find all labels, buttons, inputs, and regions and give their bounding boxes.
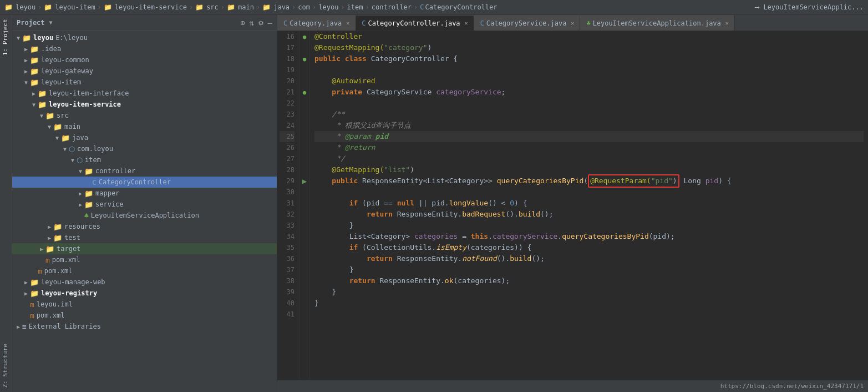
assign-34: = <box>458 231 470 242</box>
iml-icon: m <box>30 300 34 309</box>
structure-tab[interactable]: Z: Structure <box>0 339 12 392</box>
editor-area: C Category.java ✕ C CategoryController.j… <box>277 14 868 392</box>
annotation-highlight-box: @RequestParam("pid") <box>588 174 679 188</box>
tree-item-idea[interactable]: ▶ 📁 .idea <box>12 43 277 54</box>
code-line-26: * @return <box>314 142 864 153</box>
tab-category-java[interactable]: C Category.java ✕ <box>277 15 356 31</box>
close-brace-33: } <box>349 220 354 231</box>
tree-item-controller[interactable]: ▼ 📁 controller <box>12 165 277 177</box>
tab-icon-ctrl: C <box>362 19 366 27</box>
tree-view[interactable]: ▼ 📁 leyou E:\leyou ▶ 📁 .idea ▶ 📁 <box>12 31 277 392</box>
code-line-30 <box>314 187 864 198</box>
field-categories: categories <box>414 231 458 242</box>
tree-item-test[interactable]: ▶ 📁 test <box>12 232 277 243</box>
tree-arrow-ext-libs: ▶ <box>14 324 22 330</box>
tab-leyou-app[interactable]: ♣ LeyouItemServiceApplication.java ✕ <box>580 15 734 31</box>
tree-item-pom-service[interactable]: m pom.xml <box>12 254 277 265</box>
tree-arrow-com-leyou: ▼ <box>61 146 69 152</box>
tab-close-app[interactable]: ✕ <box>725 20 729 26</box>
breadcrumb-leyou-item[interactable]: leyou-item <box>55 3 95 11</box>
marker-41 <box>300 309 309 320</box>
tree-item-interface[interactable]: ▶ 📁 leyou-item-interface <box>12 88 277 99</box>
breadcrumb-classname[interactable]: CategoryController <box>425 3 497 11</box>
tree-item-ext-libs[interactable]: ▶ ≡ External Libraries <box>12 321 277 332</box>
tree-item-gateway[interactable]: ▶ 📁 leyou-gateway <box>12 66 277 77</box>
tree-item-mapper[interactable]: ▶ 📁 mapper <box>12 188 277 199</box>
settings-icon[interactable]: ⚙ <box>258 18 263 27</box>
tree-item-service[interactable]: ▶ 📁 service <box>12 199 277 210</box>
breadcrumb-com[interactable]: com <box>298 3 310 11</box>
tab-close-svc[interactable]: ✕ <box>571 20 574 26</box>
breadcrumb-controller[interactable]: controller <box>372 3 412 11</box>
tree-item-leyou[interactable]: ▼ 📁 leyou E:\leyou <box>12 32 277 43</box>
tree-item-registry[interactable]: ▶ 📁 leyou-registry <box>12 288 277 299</box>
top-right-label[interactable]: LeyouItemServiceApplic... <box>763 3 864 11</box>
tree-item-item-service[interactable]: ▼ 📁 leyou-item-service <box>12 99 277 110</box>
code-lines[interactable]: @Controller @RequestMapping("category") … <box>310 31 868 380</box>
folder-icon-java: 📁 <box>61 134 70 142</box>
project-tab[interactable]: 1: Project <box>0 14 12 60</box>
tree-label-item-service: leyou-item-service <box>49 100 121 108</box>
tree-item-common[interactable]: ▶ 📁 leyou-common <box>12 54 277 66</box>
type-list-34: List<Category> <box>349 231 414 242</box>
breadcrumb-service[interactable]: leyou-item-service <box>115 3 187 11</box>
minimize-icon[interactable]: — <box>268 18 272 27</box>
tree-label-ext-libs: External Libraries <box>29 323 101 330</box>
tree-arrow-idea: ▶ <box>22 46 30 52</box>
tab-label-svc: CategoryService.java <box>486 19 567 27</box>
breadcrumb-java[interactable]: java <box>273 3 290 11</box>
tree-arrow-leyou: ▼ <box>14 35 22 41</box>
breadcrumb-leyou2[interactable]: leyou <box>318 3 338 11</box>
sep2: › <box>98 3 101 11</box>
close-ann: ) <box>673 177 677 185</box>
tree-item-iml[interactable]: m leyou.iml <box>12 299 277 310</box>
tree-item-leyou-item[interactable]: ▼ 📁 leyou-item <box>12 77 277 88</box>
tree-arrow-registry: ▶ <box>22 290 30 296</box>
call-34: (pid); <box>649 231 675 242</box>
tree-item-manage-web[interactable]: ▶ 📁 leyou-manage-web <box>12 277 277 288</box>
tree-item-item[interactable]: ▼ ⬡ item <box>12 154 277 165</box>
tab-category-controller[interactable]: C CategoryController.java ✕ <box>356 15 474 31</box>
collapse-icon[interactable]: ⇅ <box>250 18 254 27</box>
tree-item-pom-item[interactable]: m pom.xml <box>12 265 277 277</box>
code-line-25: * @param pid <box>314 131 864 142</box>
tree-item-src[interactable]: ▼ 📁 src <box>12 110 277 121</box>
tab-close-cat[interactable]: ✕ <box>346 20 349 26</box>
tree-item-pom-root[interactable]: m pom.xml <box>12 310 277 321</box>
tree-item-java[interactable]: ▼ 📁 java <box>12 132 277 143</box>
method-build-36: build <box>510 253 531 264</box>
tree-label-test: test <box>64 234 80 242</box>
tab-close-ctrl[interactable]: ✕ <box>465 20 468 26</box>
tree-item-category-controller[interactable]: C CategoryController <box>12 177 277 188</box>
breadcrumb-class[interactable]: C <box>420 3 424 11</box>
tree-item-app[interactable]: ♣ LeyouItemServiceApplication <box>12 210 277 221</box>
locate-icon[interactable]: ⊕ <box>240 18 245 27</box>
marker-25 <box>300 131 309 142</box>
indent-36 <box>314 253 367 264</box>
indent-37 <box>314 264 349 275</box>
tree-label-pom-service: pom.xml <box>52 256 80 264</box>
paren-31a: (pid == <box>362 198 397 209</box>
kw-if-31: if <box>349 198 362 209</box>
close-brace-40: } <box>314 298 319 309</box>
tree-item-main[interactable]: ▼ 📁 main <box>12 121 277 132</box>
field-pid: pid <box>705 175 718 187</box>
tree-item-target[interactable]: ▶ 📁 target <box>12 243 277 254</box>
tree-arrow-manage-web: ▶ <box>22 279 30 285</box>
marker-22 <box>300 98 309 109</box>
breadcrumb-main[interactable]: main <box>238 3 254 11</box>
tab-category-service[interactable]: C CategoryService.java ✕ <box>474 15 581 31</box>
code-editor[interactable]: 16 17 18 19 20 21 22 23 24 25 26 27 28 2… <box>277 31 868 380</box>
tree-item-resources[interactable]: ▶ 📁 resources <box>12 221 277 232</box>
indent-26 <box>314 142 332 153</box>
breadcrumb-src[interactable]: src <box>206 3 219 11</box>
indent-33 <box>314 220 349 231</box>
tab-label-app: LeyouItemServiceApplication.java <box>593 19 721 27</box>
libs-icon: ≡ <box>22 323 27 331</box>
tree-arrow-mapper: ▶ <box>77 190 84 197</box>
tree-item-com-leyou[interactable]: ▼ ⬡ com.leyou <box>12 143 277 154</box>
close-paren-17: ) <box>428 42 432 53</box>
breadcrumb-item-text[interactable]: item <box>347 3 363 11</box>
breadcrumb-leyou[interactable]: leyou <box>16 3 35 11</box>
marker-27 <box>300 153 309 164</box>
